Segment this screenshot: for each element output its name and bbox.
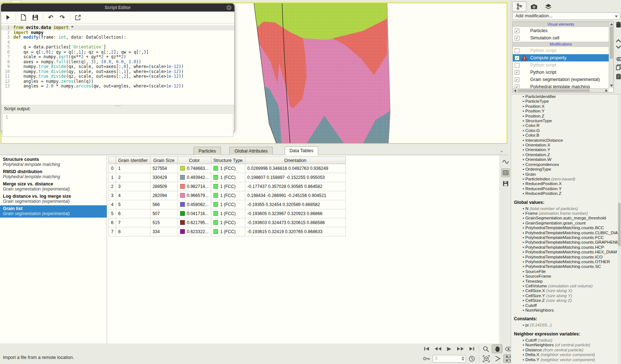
data-table-list-item[interactable]: RMSD distributionPolyhedral template mat… xyxy=(0,168,107,181)
animation-key-icon[interactable] xyxy=(421,354,432,363)
table-row[interactable]: 342820940.966579...1 (FCC)0.198434 -0.28… xyxy=(109,191,346,200)
plot-mode-icon[interactable] xyxy=(501,158,510,166)
table-row[interactable]: 015275540.748663...1 (FCC)0.0269996 0.34… xyxy=(109,164,346,173)
code-line[interactable]: 4 xyxy=(1,40,234,45)
code-line[interactable]: 9 numpy.true_divide(qx, scale, out=axes[… xyxy=(1,64,234,69)
pan-mode-icon[interactable] xyxy=(492,344,502,353)
move-modifier-up-icon[interactable] xyxy=(616,39,621,42)
collapse-panel-icon[interactable]: ⌄ xyxy=(500,148,503,153)
pipeline-item[interactable]: ✓Python script xyxy=(513,69,609,76)
code-token xyxy=(21,35,24,40)
save-button[interactable] xyxy=(31,13,39,21)
zoom-scene-extents-icon[interactable] xyxy=(481,354,492,363)
frame-spinbox[interactable]: 0 xyxy=(433,355,466,363)
code-line[interactable]: 3def modify(frame: int, data: DataCollec… xyxy=(1,35,234,40)
tab-pipeline[interactable] xyxy=(512,1,527,12)
code-line[interactable]: 1from ovito.data import * xyxy=(1,25,234,30)
column-header[interactable]: Color xyxy=(178,157,211,164)
data-table-list-item[interactable]: Grain listGrain segmentation (experiment… xyxy=(0,205,107,218)
zoom-mode-icon[interactable] xyxy=(481,344,491,353)
line-number: 9 xyxy=(1,64,10,69)
run-script-button[interactable] xyxy=(4,13,12,21)
open-external-editor-button[interactable] xyxy=(74,13,82,21)
checkbox[interactable]: ✓ xyxy=(515,70,519,75)
redo-icon[interactable]: ↷ xyxy=(58,13,66,21)
spinbox-arrows[interactable] xyxy=(460,356,465,361)
code-line[interactable]: 11 numpy.true_divide(qz, scale, out=axes… xyxy=(1,74,234,79)
code-line[interactable]: 2import numpy xyxy=(1,30,234,35)
scrollbar-thumb[interactable] xyxy=(518,89,590,92)
data-table-list-item[interactable]: Log distance vs. log merge sizeGrain seg… xyxy=(0,193,107,205)
checkbox[interactable]: ✓ xyxy=(515,36,519,40)
move-modifier-down-icon[interactable] xyxy=(616,46,621,49)
variables-scrollbar[interactable] xyxy=(618,94,621,364)
checkbox[interactable] xyxy=(515,48,519,53)
data-table-list-item[interactable]: Merge size vs. distanceGrain segmentatio… xyxy=(0,181,107,193)
undo-icon[interactable]: ↶ xyxy=(47,13,55,21)
next-frame-icon[interactable] xyxy=(455,344,465,353)
tab-data-tables[interactable]: Data Tables xyxy=(285,146,319,155)
code-editor[interactable]: 1from ovito.data import *2import numpy3d… xyxy=(1,23,234,105)
column-header[interactable]: Structure Type xyxy=(211,157,245,164)
checkbox[interactable]: ✓ xyxy=(515,85,519,89)
script-editor-titlebar[interactable]: Script Editor ✕ xyxy=(1,4,234,12)
export-data-icon[interactable] xyxy=(501,179,510,188)
pipeline-item[interactable]: ✓Simulation cell xyxy=(513,34,609,42)
script-output-box[interactable]: 1 xyxy=(2,113,233,137)
pipeline-item[interactable]: Python script xyxy=(513,61,609,69)
scrollbar-thumb[interactable] xyxy=(610,26,613,59)
table-row[interactable]: 123304290.493942...1 (FCC)0.198607 0.158… xyxy=(109,173,346,182)
animation-settings-icon[interactable] xyxy=(467,354,477,363)
checkbox[interactable] xyxy=(515,63,519,68)
table-row[interactable]: 675150.621795...1 (FCC)-0.193603 0.32447… xyxy=(109,218,346,227)
copy-pipeline-icon[interactable] xyxy=(616,64,621,70)
tab-particles[interactable]: Particles xyxy=(193,147,221,155)
new-file-button[interactable] xyxy=(20,13,27,21)
pipeline-item[interactable]: ✓Particles xyxy=(513,27,609,34)
table-row[interactable]: 565070.041716...1 (FCC)-0.193605 0.32396… xyxy=(109,209,346,218)
tab-rendering[interactable] xyxy=(527,1,541,12)
column-header[interactable]: Grain Size xyxy=(150,157,178,164)
table-mode-icon[interactable] xyxy=(501,168,510,177)
pipeline-item[interactable]: Python script xyxy=(513,47,609,54)
column-header[interactable]: Grain Identifier xyxy=(116,157,150,164)
table-row[interactable]: 455660.458062...1 (FCC)-0.19355 0.32454 … xyxy=(109,200,346,209)
pipeline-item[interactable]: ✓Polyhedral template matching xyxy=(513,83,609,88)
code-line[interactable]: 6 qx = q[:,0]; qy = q[:,1]; qz = q[:,2];… xyxy=(1,50,234,55)
code-line[interactable]: 7 scale = numpy.sqrt(qx**2 + qy**2 + qz*… xyxy=(1,55,234,60)
checkbox[interactable]: ✓ xyxy=(515,56,519,60)
add-modification-dropdown[interactable]: Add modification... xyxy=(512,12,620,20)
line-number: 11 xyxy=(1,74,10,79)
table-row[interactable]: 232885090.982714...1 (FCC)-0.177437 0.35… xyxy=(109,182,346,191)
play-animation-icon[interactable] xyxy=(444,344,454,353)
column-header[interactable]: Orientation xyxy=(245,157,345,164)
toggle-modifier-groups-icon[interactable] xyxy=(616,57,621,61)
checkbox[interactable]: ✓ xyxy=(515,29,519,33)
skip-to-end-icon[interactable] xyxy=(466,344,477,353)
orientation-cell: -0.193605 0.323967 0.320923 0.86866 xyxy=(245,209,345,218)
skip-to-start-icon[interactable] xyxy=(421,344,432,353)
pipeline-vertical-scrollbar[interactable] xyxy=(609,22,613,88)
paste-pipeline-icon[interactable] xyxy=(616,73,621,80)
previous-frame-icon[interactable] xyxy=(433,344,443,353)
pipeline-item[interactable]: ✓Grain segmentation (experimental) xyxy=(513,76,609,83)
close-icon[interactable]: ✕ xyxy=(226,5,231,10)
grain-size-cell: 566 xyxy=(150,200,178,209)
delete-modifier-icon[interactable] xyxy=(616,21,621,28)
scrollbar-thumb[interactable] xyxy=(618,203,621,246)
code-line[interactable]: 5 q = data.particles['Orientation'] xyxy=(1,45,234,50)
splitter-grip[interactable]: ••••• xyxy=(112,105,123,107)
data-table-list-item[interactable]: Structure countsPolyhedral template matc… xyxy=(0,156,107,168)
pipeline-item-label: Simulation cell xyxy=(522,35,560,40)
table-row[interactable]: 783340.623322...1 (FCC)-0.193615 0.32419… xyxy=(109,227,346,236)
pipeline-horizontal-scrollbar[interactable] xyxy=(513,88,609,92)
render-icon[interactable] xyxy=(492,354,503,363)
code-line[interactable]: 10 numpy.true_divide(qy, scale, out=axes… xyxy=(1,69,234,74)
code-line[interactable]: 13 angles = 2.0 * numpy.arccos(qw, out=a… xyxy=(1,84,234,89)
code-line[interactable]: 8 axes = numpy.full((len(q), 3), (0.0, 0… xyxy=(1,60,234,65)
tab-overlays[interactable] xyxy=(541,1,556,12)
pipeline-item[interactable]: ✓!Compute property xyxy=(513,54,609,61)
code-line[interactable]: 12 angles = numpy.zeros(len(q)) xyxy=(1,79,234,84)
tab-global-attributes[interactable]: Global Attributes xyxy=(229,147,273,155)
checkbox[interactable]: ✓ xyxy=(515,77,519,82)
